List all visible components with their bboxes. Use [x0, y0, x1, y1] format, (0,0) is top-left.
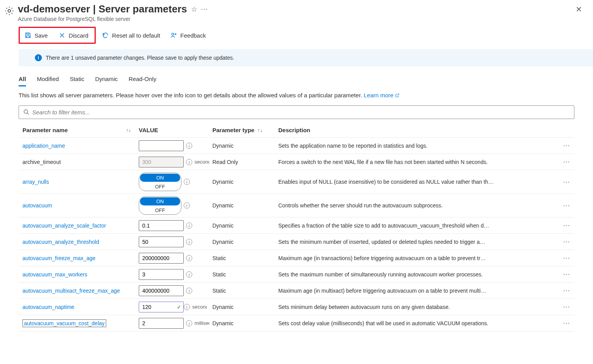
row-more-icon[interactable]: ···: [559, 270, 574, 278]
param-type: Dynamic: [212, 304, 278, 310]
tab-all[interactable]: All: [19, 74, 26, 86]
col-header-name[interactable]: Parameter name: [22, 127, 68, 133]
tab-static[interactable]: Static: [70, 74, 84, 86]
param-description: Sets the minimum number of inserted, upd…: [278, 239, 559, 245]
param-name[interactable]: autovacuum_multixact_freeze_max_age: [22, 288, 120, 294]
search-input[interactable]: [19, 105, 574, 119]
param-type: Dynamic: [212, 143, 278, 149]
param-name[interactable]: autovacuum: [22, 202, 52, 209]
table-row: autovacuum_analyze_scale_factoriDynamicS…: [19, 217, 574, 234]
table-row: application_nameiDynamicSets the applica…: [19, 138, 574, 154]
param-type: Static: [212, 288, 278, 294]
value-input[interactable]: [139, 285, 184, 296]
param-name[interactable]: autovacuum_analyze_threshold: [22, 239, 99, 245]
tab-modified[interactable]: Modified: [37, 74, 59, 86]
param-name[interactable]: autovacuum_analyze_scale_factor: [22, 223, 106, 229]
unsaved-changes-notice: i There are 1 unsaved parameter changes.…: [19, 49, 593, 66]
tab-dynamic[interactable]: Dynamic: [95, 74, 117, 86]
row-more-icon[interactable]: ···: [559, 158, 574, 166]
discard-label: Discard: [69, 32, 88, 39]
param-name[interactable]: autovacuum_freeze_max_age: [22, 255, 95, 261]
reset-icon: [102, 32, 109, 39]
row-more-icon[interactable]: ···: [559, 319, 574, 327]
row-more-icon[interactable]: ···: [559, 254, 574, 262]
value-input[interactable]: [139, 302, 184, 312]
param-description: Sets the maximum number of simultaneousl…: [278, 271, 559, 278]
table-row: autovacuum_multixact_freeze_max_ageiStat…: [19, 283, 574, 299]
info-icon[interactable]: i: [186, 223, 192, 229]
param-description: Specifies a fraction of the table size t…: [278, 223, 559, 229]
svg-point-1: [172, 33, 174, 35]
feedback-label: Feedback: [180, 32, 206, 39]
info-icon[interactable]: i: [186, 271, 192, 278]
value-input[interactable]: [139, 253, 184, 264]
save-icon: [24, 32, 31, 39]
close-icon[interactable]: ✕: [572, 3, 585, 16]
info-icon[interactable]: i: [186, 320, 192, 326]
info-icon[interactable]: i: [186, 159, 192, 165]
table-row: autovacuum_analyze_thresholdiDynamicSets…: [19, 234, 574, 250]
description-text: This list shows all server parameters. P…: [19, 92, 364, 98]
param-name[interactable]: application_name: [22, 143, 65, 149]
header-more-icon[interactable]: ···: [201, 5, 208, 13]
table-row: autovacuum_naptime✓isecondsDynamicSets m…: [19, 299, 574, 315]
param-name[interactable]: array_nulls: [22, 179, 49, 185]
row-more-icon[interactable]: ···: [559, 202, 574, 210]
value-input[interactable]: [139, 318, 184, 329]
info-icon[interactable]: i: [184, 202, 190, 209]
value-input: [139, 157, 184, 167]
favorite-star-icon[interactable]: ☆: [191, 5, 197, 14]
toggle-on-off[interactable]: ONOFF: [139, 173, 181, 191]
param-name[interactable]: autovacuum_naptime: [22, 304, 74, 310]
value-input[interactable]: [139, 140, 184, 151]
learn-more-link[interactable]: Learn more: [364, 92, 400, 98]
param-name[interactable]: autovacuum_vacuum_cost_delay: [22, 319, 106, 327]
param-type: Dynamic: [212, 179, 278, 185]
param-description: Maximum age (in transactions) before tri…: [278, 255, 559, 261]
table-row: autovacuum_max_workersiStaticSets the ma…: [19, 266, 574, 283]
row-more-icon[interactable]: ···: [559, 303, 574, 311]
reset-button[interactable]: Reset all to default: [100, 30, 162, 40]
row-more-icon[interactable]: ···: [559, 286, 574, 295]
discard-button[interactable]: Discard: [56, 30, 91, 40]
info-icon[interactable]: i: [186, 255, 192, 261]
value-input[interactable]: [139, 269, 184, 280]
param-type: Dynamic: [212, 202, 278, 209]
tab-readonly[interactable]: Read-Only: [129, 74, 157, 86]
table-row: autovacuum_freeze_max_ageiStaticMaximum …: [19, 250, 574, 266]
toggle-on-off[interactable]: ONOFF: [139, 196, 181, 215]
col-header-type[interactable]: Parameter type: [212, 127, 254, 133]
param-type: Dynamic: [212, 223, 278, 229]
info-icon[interactable]: i: [186, 239, 192, 245]
col-header-value[interactable]: VALUE: [139, 127, 212, 133]
row-more-icon[interactable]: ···: [559, 221, 574, 229]
row-more-icon[interactable]: ···: [559, 238, 574, 246]
param-name: archive_timeout: [22, 159, 61, 165]
value-input[interactable]: [139, 220, 184, 231]
feedback-button[interactable]: Feedback: [168, 30, 208, 40]
row-more-icon[interactable]: ···: [559, 178, 574, 186]
param-description: Maximum age (in multixact) before trigge…: [278, 288, 559, 294]
param-type: Read Only: [212, 159, 278, 165]
info-icon[interactable]: i: [184, 304, 190, 310]
row-more-icon[interactable]: ···: [559, 141, 574, 150]
page-title: vd-demoserver | Server parameters: [18, 3, 187, 15]
highlighted-save-discard-group: Save Discard: [19, 27, 96, 44]
col-header-desc[interactable]: Description: [278, 127, 559, 133]
description-line: This list shows all server parameters. P…: [0, 92, 593, 105]
unit-label: milliseconds: [195, 320, 209, 326]
save-button[interactable]: Save: [22, 30, 50, 40]
param-name[interactable]: autovacuum_max_workers: [22, 271, 87, 278]
table-row: autovacuumONOFFiDynamicControls whether …: [19, 194, 574, 217]
value-input[interactable]: [139, 236, 184, 247]
info-icon[interactable]: i: [186, 288, 192, 294]
svg-point-0: [8, 10, 11, 12]
table-row: archive_timeoutisecondsRead OnlyForces a…: [19, 154, 574, 170]
save-label: Save: [34, 32, 48, 39]
gear-icon: [3, 5, 16, 17]
param-description: Forces a switch to the next WAL file if …: [278, 159, 559, 165]
sort-icon[interactable]: ↑↓: [126, 127, 131, 133]
sort-icon[interactable]: ↑↓: [257, 127, 262, 133]
info-icon[interactable]: i: [184, 179, 190, 185]
info-icon[interactable]: i: [186, 143, 192, 149]
